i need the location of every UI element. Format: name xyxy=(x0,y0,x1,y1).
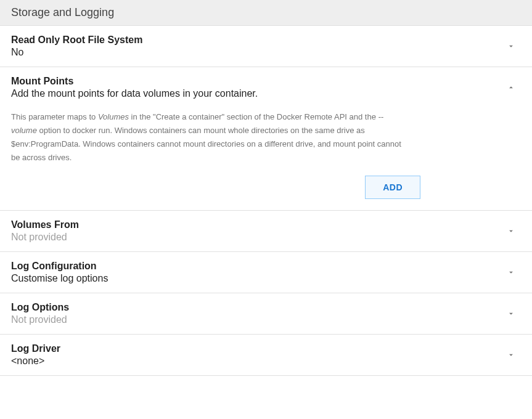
panel-title-read-only-root: Read Only Root File System xyxy=(11,35,504,46)
chevron-down-icon xyxy=(504,306,518,321)
panel-log-options: Log Options Not provided xyxy=(0,293,532,335)
panel-title-log-config: Log Configuration xyxy=(11,261,504,272)
button-row: ADD xyxy=(11,176,420,199)
panel-header-mount-points[interactable]: Mount Points Add the mount points for da… xyxy=(0,67,532,108)
panel-mount-points: Mount Points Add the mount points for da… xyxy=(0,67,532,211)
help-segment: option to docker run. Windows containers… xyxy=(11,126,401,162)
chevron-up-icon xyxy=(504,80,518,95)
panel-desc-mount-points: Add the mount points for data volumes in… xyxy=(11,88,504,99)
add-button[interactable]: ADD xyxy=(365,176,420,199)
panel-header-volumes-from[interactable]: Volumes From Not provided xyxy=(0,211,532,251)
panel-header-log-options[interactable]: Log Options Not provided xyxy=(0,293,532,334)
help-segment: in the "Create a container" section of t… xyxy=(129,112,379,121)
help-segment: This parameter maps to xyxy=(11,112,98,121)
panel-value-read-only-root: No xyxy=(11,47,504,58)
panel-header-log-driver[interactable]: Log Driver <none> xyxy=(0,335,532,375)
help-text-mount-points: This parameter maps to Volumes in the "C… xyxy=(11,110,406,165)
panel-header-log-config[interactable]: Log Configuration Customise log options xyxy=(0,252,532,293)
chevron-down-icon xyxy=(504,39,518,54)
panel-header-read-only-root[interactable]: Read Only Root File System No xyxy=(0,26,532,67)
panel-title-mount-points: Mount Points xyxy=(11,76,504,87)
section-header: Storage and Logging xyxy=(0,0,532,26)
panel-title-log-options: Log Options xyxy=(11,302,504,313)
panel-body-mount-points: This parameter maps to Volumes in the "C… xyxy=(0,108,532,210)
panel-log-driver: Log Driver <none> xyxy=(0,335,532,376)
panel-value-log-options: Not provided xyxy=(11,314,504,325)
panel-title-volumes-from: Volumes From xyxy=(11,219,504,230)
panel-value-volumes-from: Not provided xyxy=(11,232,504,243)
chevron-down-icon xyxy=(504,348,518,362)
chevron-down-icon xyxy=(504,224,518,238)
panel-log-config: Log Configuration Customise log options xyxy=(0,252,532,293)
panel-title-log-driver: Log Driver xyxy=(11,343,504,354)
panel-value-log-config: Customise log options xyxy=(11,273,504,284)
help-segment-italic: Volumes xyxy=(98,112,129,121)
chevron-down-icon xyxy=(504,265,518,280)
panel-read-only-root: Read Only Root File System No xyxy=(0,26,532,67)
panel-volumes-from: Volumes From Not provided xyxy=(0,211,532,252)
panel-value-log-driver: <none> xyxy=(11,356,504,367)
section-title: Storage and Logging xyxy=(11,6,114,18)
